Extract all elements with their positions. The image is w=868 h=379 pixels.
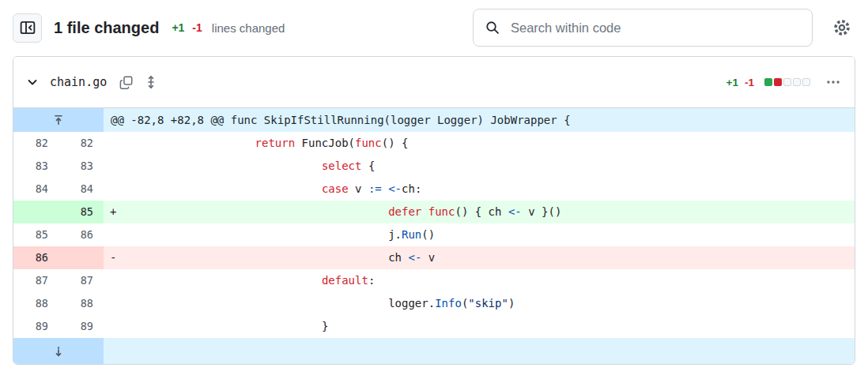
file-header: chain.go +1 -1: [13, 57, 855, 107]
diff-line-86: 8586 j.Run(): [13, 223, 855, 246]
gear-icon: [832, 18, 851, 37]
chevron-down-icon: [26, 76, 39, 88]
new-line-number[interactable]: 84: [58, 178, 104, 201]
diff-line-84: 8484 case v := <-ch:: [13, 178, 855, 201]
sidebar-collapse-icon: [20, 20, 36, 36]
new-line-number[interactable]: 82: [58, 132, 104, 155]
copy-icon: [119, 76, 133, 89]
top-bar: 1 file changed +1 -1 lines changed: [0, 0, 868, 54]
old-line-number[interactable]: 82: [13, 132, 58, 155]
code-line: ch <- v: [122, 246, 855, 269]
diff-marker: [104, 223, 122, 246]
hunk-header-text: @@ -82,8 +82,8 @@ func SkipIfStillRunnin…: [104, 108, 855, 132]
diff-marker: +: [104, 201, 122, 223]
drag-handle[interactable]: [141, 72, 161, 92]
new-line-number[interactable]: 89: [58, 315, 104, 338]
hunk-header-row: @@ -82,8 +82,8 @@ func SkipIfStillRunnin…: [13, 108, 855, 132]
diff-marker: [104, 315, 122, 338]
expand-up-button[interactable]: [13, 108, 104, 132]
copy-path-button[interactable]: [116, 73, 136, 92]
new-line-number[interactable]: 87: [58, 269, 104, 292]
file-additions: +1: [726, 77, 738, 88]
diff-line-83: 8383 select {: [13, 155, 855, 178]
expand-down-button[interactable]: [13, 338, 104, 364]
search-icon: [485, 21, 500, 35]
diffstat: [764, 78, 810, 86]
new-line-number[interactable]: [58, 246, 104, 269]
old-line-number[interactable]: 86: [13, 246, 58, 269]
move-arrows-icon: [144, 75, 158, 89]
kebab-icon: [826, 75, 840, 89]
diff-line-82: 8282 return FuncJob(func() {: [13, 132, 855, 155]
diff-line-89: 8989 }: [13, 315, 855, 338]
new-line-number[interactable]: 83: [58, 155, 104, 178]
code-search-input[interactable]: [473, 9, 813, 47]
old-line-number[interactable]: 83: [13, 155, 58, 178]
deletions-count: -1: [192, 21, 202, 34]
old-line-number[interactable]: 88: [13, 292, 58, 315]
diff-marker: [104, 132, 122, 155]
diff-marker: -: [104, 246, 122, 269]
file-options-button[interactable]: [823, 72, 843, 92]
code-line: logger.Info("skip"): [122, 292, 855, 315]
code-line: select {: [122, 155, 855, 178]
diffstat-square-added: [764, 78, 772, 86]
diffstat-square-deleted: [774, 78, 782, 86]
new-line-number[interactable]: 85: [58, 201, 104, 223]
old-line-number[interactable]: [13, 201, 58, 223]
new-line-number[interactable]: 86: [58, 223, 104, 246]
expand-up-icon: [52, 114, 65, 126]
old-line-number[interactable]: 89: [13, 315, 58, 338]
settings-button[interactable]: [831, 17, 853, 39]
diff-table: @@ -82,8 +82,8 @@ func SkipIfStillRunnin…: [13, 107, 855, 364]
diff-marker: [104, 269, 122, 292]
diff-line-85: 85+ defer func() { ch <- v }(): [13, 201, 855, 223]
expand-down-icon: [52, 345, 65, 358]
diffstat-square-neutral: [802, 78, 810, 86]
diffstat-square-neutral: [783, 78, 791, 86]
additions-count: +1: [172, 21, 184, 34]
code-line: case v := <-ch:: [122, 178, 855, 201]
diff-line-87: 8787 default:: [13, 269, 855, 292]
diff-marker: [104, 292, 122, 315]
search-box: [473, 9, 813, 47]
code-line: return FuncJob(func() {: [122, 132, 855, 155]
expander-fill: [104, 338, 855, 364]
lines-changed-label: lines changed: [212, 21, 285, 35]
file-name[interactable]: chain.go: [50, 75, 107, 89]
file-deletions: -1: [745, 77, 754, 88]
expand-row: [13, 338, 855, 364]
diff-panel: chain.go +1 -1: [13, 56, 855, 365]
diffstat-square-neutral: [793, 78, 801, 86]
code-line: j.Run(): [122, 223, 855, 246]
old-line-number[interactable]: 84: [13, 178, 58, 201]
new-line-number[interactable]: 88: [58, 292, 104, 315]
diff-line-86: 86- ch <- v: [13, 246, 855, 269]
old-line-number[interactable]: 85: [13, 223, 58, 246]
page-title: 1 file changed: [54, 19, 159, 37]
diff-marker: [104, 155, 122, 178]
file-tree-toggle-button[interactable]: [13, 13, 42, 43]
diff-marker: [104, 178, 122, 201]
code-line: }: [122, 315, 855, 338]
diff-line-88: 8888 logger.Info("skip"): [13, 292, 855, 315]
code-line: defer func() { ch <- v }(): [122, 201, 855, 223]
collapse-file-button[interactable]: [23, 73, 42, 92]
code-line: default:: [122, 269, 855, 292]
old-line-number[interactable]: 87: [13, 269, 58, 292]
